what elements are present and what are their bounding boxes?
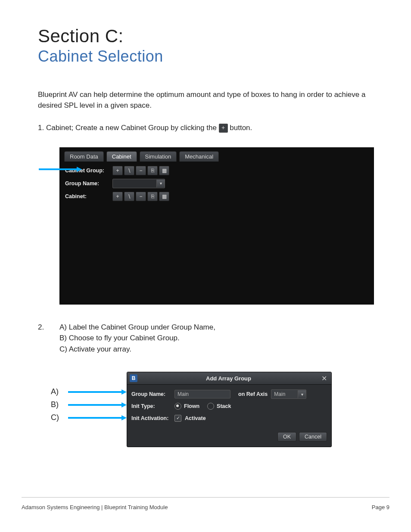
tab-room-data[interactable]: Room Data xyxy=(64,151,104,162)
plus-icon[interactable]: + xyxy=(112,192,123,201)
dialog-row-init-type: Init Type: Flown Stack xyxy=(131,400,327,412)
tab-bar: Room Data Cabinet Simulation Mechanical xyxy=(60,148,374,162)
chevron-down-icon: ▾ xyxy=(298,390,306,398)
dialog-title: Add Array Group xyxy=(137,375,320,382)
dialog-buttons: OK Cancel xyxy=(127,428,331,447)
step-1-text-before: 1. Cabinet; Create a new Cabinet Group b… xyxy=(38,124,219,132)
dialog-titlebar: B Add Array Group ✕ xyxy=(127,372,331,385)
label-group-name: Group Name: xyxy=(131,391,174,397)
radio-flown-label: Flown xyxy=(184,403,199,409)
tab-mechanical[interactable]: Mechanical xyxy=(179,151,219,162)
close-icon[interactable]: ✕ xyxy=(320,374,329,383)
section-subtitle: Cabinet Selection xyxy=(38,47,377,65)
section-title: Section C: xyxy=(38,26,377,47)
label-init-type: Init Type: xyxy=(131,403,174,409)
svg-marker-3 xyxy=(121,389,127,395)
screenshot-1-wrapper: Room Data Cabinet Simulation Mechanical … xyxy=(59,147,377,305)
plus-icon[interactable]: + xyxy=(112,166,123,175)
ok-button[interactable]: OK xyxy=(277,432,296,442)
group-name-dropdown[interactable]: ▾ xyxy=(112,179,165,188)
svg-marker-7 xyxy=(121,415,127,420)
intro-paragraph: Blueprint AV can help determine the opti… xyxy=(38,90,374,111)
document-page: Section C: Cabinet Selection Blueprint A… xyxy=(0,0,411,532)
label-init-activation: Init Activation: xyxy=(131,415,174,421)
on-ref-axis-dropdown[interactable]: Main ▾ xyxy=(271,389,306,399)
footer-left: Adamson Systems Engineering | Blueprint … xyxy=(22,504,168,510)
row-group-name: Group Name: ▾ xyxy=(65,179,368,188)
step-2-line-c: C) Activate your array. xyxy=(59,344,215,355)
step-2: 2. A) Label the Cabinet Group under Grou… xyxy=(38,322,377,355)
copy-icon[interactable]: ⎘ xyxy=(147,166,158,175)
footer-divider xyxy=(22,497,389,498)
chevron-down-icon: ▾ xyxy=(156,180,165,187)
cancel-button[interactable]: Cancel xyxy=(299,432,327,442)
dialog-row-init-activation: Init Activation: ✓ Activate xyxy=(131,412,327,424)
minus-icon[interactable]: − xyxy=(136,192,146,201)
arrow-c xyxy=(68,415,127,421)
label-cabinet: Cabinet: xyxy=(65,193,112,199)
svg-marker-5 xyxy=(121,402,127,408)
cabinet-panel-body: Cabinet Group: + ∖ − ⎘ ▦ Group Name: ▾ C… xyxy=(60,162,374,209)
dialog-row-group-name: Group Name: Main on Ref Axis Main ▾ xyxy=(131,388,327,400)
on-ref-axis-value: Main xyxy=(271,391,298,397)
dialog-body: Group Name: Main on Ref Axis Main ▾ Init… xyxy=(127,385,331,428)
tab-simulation[interactable]: Simulation xyxy=(140,151,177,162)
group-name-input[interactable]: Main xyxy=(174,390,230,398)
row-cabinet-group: Cabinet Group: + ∖ − ⎘ ▦ xyxy=(65,166,368,175)
checkbox-activate-label: Activate xyxy=(185,415,206,421)
step-2-number: 2. xyxy=(38,322,59,355)
page-footer: Adamson Systems Engineering | Blueprint … xyxy=(22,504,389,510)
screenshot-2-area: A) B) C) B Add Array Group ✕ Group Name:… xyxy=(51,372,377,445)
cabinet-panel-screenshot: Room Data Cabinet Simulation Mechanical … xyxy=(59,147,374,305)
radio-stack[interactable] xyxy=(207,403,214,410)
checkbox-activate[interactable]: ✓ xyxy=(174,415,181,422)
row-cabinet: Cabinet: + ∖ − ⎘ ▦ xyxy=(65,192,368,201)
edit-icon[interactable]: ∖ xyxy=(124,192,134,201)
edit-icon[interactable]: ∖ xyxy=(124,166,134,175)
arrow-b xyxy=(68,402,127,408)
plus-icon: + xyxy=(219,124,228,133)
minus-icon[interactable]: − xyxy=(136,166,146,175)
marker-c: C) xyxy=(51,413,59,422)
svg-marker-1 xyxy=(77,167,82,172)
tab-cabinet[interactable]: Cabinet xyxy=(106,151,137,162)
step-1-text-after: button. xyxy=(230,124,252,132)
step-2-line-a: A) Label the Cabinet Group under Group N… xyxy=(59,322,215,333)
label-on-ref-axis: on Ref Axis xyxy=(238,391,268,397)
radio-stack-label: Stack xyxy=(217,403,231,409)
add-array-group-dialog: B Add Array Group ✕ Group Name: Main on … xyxy=(127,372,332,447)
radio-flown[interactable] xyxy=(174,403,181,410)
copy-icon[interactable]: ⎘ xyxy=(147,192,158,201)
footer-right: Page 9 xyxy=(372,504,389,510)
label-group-name: Group Name: xyxy=(65,180,112,187)
marker-a: A) xyxy=(51,387,59,396)
step-1: 1. Cabinet; Create a new Cabinet Group b… xyxy=(38,123,377,134)
folder-icon[interactable]: ▦ xyxy=(159,192,169,201)
arrow-a xyxy=(68,389,127,395)
folder-icon[interactable]: ▦ xyxy=(159,166,169,175)
step-2-line-b: B) Choose to fly your Cabinet Group. xyxy=(59,333,215,344)
app-logo-icon: B xyxy=(130,374,137,382)
marker-b: B) xyxy=(51,400,59,409)
step-2-sublist: A) Label the Cabinet Group under Group N… xyxy=(59,322,215,355)
arrow-to-cabinet-group xyxy=(39,166,82,172)
